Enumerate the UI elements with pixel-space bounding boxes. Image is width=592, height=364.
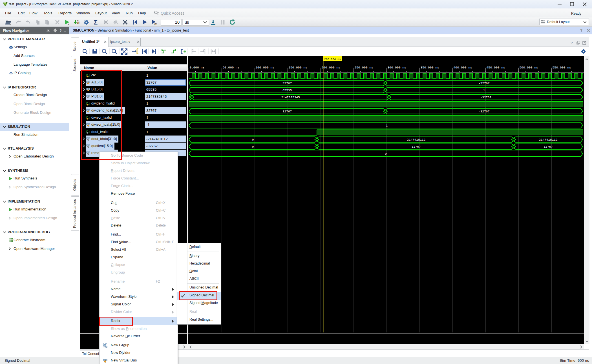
svg-text:-32767: -32767 bbox=[480, 96, 492, 99]
svg-text:400.000 ns: 400.000 ns bbox=[454, 66, 472, 69]
svg-text:0.000 ns: 0.000 ns bbox=[190, 66, 205, 69]
svg-text:550.000 ns: 550.000 ns bbox=[553, 66, 571, 69]
svg-text:0: 0 bbox=[252, 145, 254, 148]
svg-text:10: 10 bbox=[77, 22, 79, 24]
svg-text:32767: 32767 bbox=[282, 82, 292, 85]
svg-text:-32767: -32767 bbox=[478, 110, 490, 113]
svg-text:01: 01 bbox=[77, 20, 79, 22]
svg-text:(T): (T) bbox=[154, 23, 157, 25]
svg-text:?: ? bbox=[59, 28, 62, 33]
svg-text:32767: 32767 bbox=[282, 110, 292, 113]
svg-text:10: 10 bbox=[175, 20, 180, 25]
svg-text:65535: 65535 bbox=[282, 89, 292, 92]
svg-text:200.000 ns: 200.000 ns bbox=[322, 66, 340, 69]
svg-text:50.000 ns: 50.000 ns bbox=[223, 66, 239, 69]
svg-text:205.004 ns: 205.004 ns bbox=[324, 58, 341, 61]
svg-text:2147418112: 2147418112 bbox=[539, 138, 557, 141]
svg-text:100.000 ns: 100.000 ns bbox=[256, 66, 274, 69]
svg-text:1: 1 bbox=[483, 89, 485, 92]
svg-text:-32767: -32767 bbox=[478, 82, 490, 85]
svg-text:0: 0 bbox=[252, 138, 254, 141]
svg-text:500.000 ns: 500.000 ns bbox=[520, 66, 538, 69]
svg-text:32767: 32767 bbox=[544, 145, 553, 148]
svg-text:?: ? bbox=[580, 28, 583, 33]
svg-text:-32767: -32767 bbox=[410, 145, 421, 148]
svg-text:450.000 ns: 450.000 ns bbox=[487, 66, 505, 69]
svg-text:350.000 ns: 350.000 ns bbox=[421, 66, 439, 69]
svg-text:?: ? bbox=[571, 41, 573, 45]
svg-text:Σ: Σ bbox=[94, 19, 98, 26]
svg-text:us: us bbox=[185, 20, 189, 25]
svg-text:150.000 ns: 150.000 ns bbox=[289, 66, 307, 69]
svg-text:-1: -1 bbox=[384, 124, 388, 127]
svg-text:250.000 ns: 250.000 ns bbox=[355, 66, 373, 69]
svg-text:300.000 ns: 300.000 ns bbox=[388, 66, 406, 69]
svg-text:2147385345: 2147385345 bbox=[281, 96, 300, 99]
svg-text:-2147418112: -2147418112 bbox=[405, 138, 426, 141]
svg-text:0: 0 bbox=[385, 152, 387, 156]
